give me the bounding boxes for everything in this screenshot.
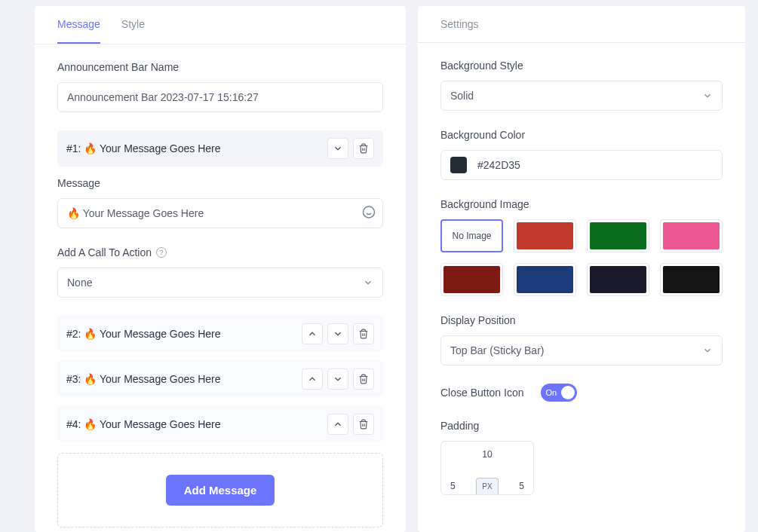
padding-editor[interactable]: 10 5 PX 5 [440, 441, 534, 495]
settings-header: Settings [418, 6, 745, 43]
toggle-on-label: On [546, 388, 557, 397]
add-message-panel: Add Message [57, 453, 383, 527]
padding-top[interactable]: 10 [482, 449, 492, 460]
message-row-2[interactable]: #2: 🔥 Your Message Goes Here [57, 316, 383, 352]
message-text-section: Message [57, 177, 383, 228]
message-row-1[interactable]: #1: 🔥 Your Message Goes Here [57, 130, 383, 167]
right-body: Background Style Solid Background Color … [418, 43, 745, 532]
padding-section: Padding 10 5 PX 5 [440, 420, 723, 495]
bg-tile-darkred[interactable] [440, 263, 503, 296]
message-row-2-title: #2: 🔥 Your Message Goes Here [66, 328, 297, 340]
message-row-3[interactable]: #3: 🔥 Your Message Goes Here [57, 361, 383, 397]
display-position-label: Display Position [440, 314, 723, 326]
chevron-up-icon [307, 374, 318, 384]
padding-right[interactable]: 5 [519, 481, 524, 491]
announcement-name-label: Announcement Bar Name [57, 61, 383, 73]
bg-color-section: Background Color #242D35 [440, 129, 723, 180]
chevron-down-icon [333, 143, 343, 154]
delete-button[interactable] [353, 323, 374, 344]
message-row-4[interactable]: #4: 🔥 Your Message Goes Here [57, 406, 383, 442]
padding-unit[interactable]: PX [476, 478, 499, 494]
announcement-name-section: Announcement Bar Name [57, 61, 383, 112]
delete-button[interactable] [353, 138, 374, 159]
emoji-button[interactable] [362, 206, 376, 222]
close-button-toggle[interactable]: On [541, 384, 577, 402]
chevron-down-icon [363, 277, 373, 288]
cta-value: None [67, 277, 92, 289]
chevron-down-icon [702, 90, 713, 101]
move-up-button[interactable] [302, 323, 323, 344]
bg-image-grid: No Image [440, 219, 723, 296]
chevron-down-icon [333, 374, 343, 384]
bg-tile-pink[interactable] [660, 219, 723, 252]
move-down-button[interactable] [327, 323, 348, 344]
display-position-section: Display Position Top Bar (Sticky Bar) [440, 314, 723, 365]
settings-panel: Settings Background Style Solid Backgrou… [418, 6, 745, 532]
padding-label: Padding [440, 420, 723, 432]
bg-tile-black[interactable] [660, 263, 723, 296]
move-up-button[interactable] [327, 414, 348, 435]
close-button-section: Close Button Icon On [440, 384, 723, 402]
display-position-select[interactable]: Top Bar (Sticky Bar) [440, 335, 723, 365]
svg-point-0 [364, 206, 375, 218]
bg-tile-red[interactable] [514, 219, 576, 252]
smile-icon [362, 206, 376, 219]
message-text-input[interactable] [57, 198, 383, 228]
bg-color-value: #242D35 [477, 159, 520, 171]
add-message-button[interactable]: Add Message [166, 475, 275, 506]
bg-tile-green[interactable] [587, 219, 649, 252]
bg-color-label: Background Color [440, 129, 723, 141]
collapse-button[interactable] [327, 138, 348, 159]
tab-style[interactable]: Style [121, 6, 145, 44]
bg-style-value: Solid [450, 90, 474, 102]
message-panel: Message Style Announcement Bar Name #1: … [35, 6, 406, 532]
padding-left[interactable]: 5 [450, 481, 456, 491]
delete-button[interactable] [353, 414, 374, 435]
delete-button[interactable] [353, 368, 374, 390]
chevron-up-icon [307, 329, 318, 339]
close-button-label: Close Button Icon [440, 387, 524, 399]
cta-label: Add A Call To Action ? [57, 246, 383, 258]
trash-icon [358, 143, 369, 154]
display-position-value: Top Bar (Sticky Bar) [450, 344, 544, 356]
toggle-knob [561, 386, 575, 399]
bg-style-label: Background Style [440, 60, 723, 72]
bg-style-select[interactable]: Solid [440, 81, 723, 111]
announcement-name-input[interactable] [57, 82, 383, 112]
tab-message[interactable]: Message [57, 6, 100, 44]
bg-tile-none[interactable]: No Image [440, 219, 503, 252]
move-down-button[interactable] [327, 368, 348, 390]
chevron-up-icon [333, 419, 343, 430]
tabs: Message Style [35, 6, 406, 44]
trash-icon [358, 419, 369, 430]
bg-style-section: Background Style Solid [440, 60, 723, 111]
cta-section: Add A Call To Action ? None [57, 246, 383, 298]
message-1-block: #1: 🔥 Your Message Goes Here Message [57, 130, 383, 298]
help-icon[interactable]: ? [156, 247, 167, 258]
cta-select[interactable]: None [57, 268, 383, 298]
trash-icon [358, 374, 369, 384]
bg-tile-navy[interactable] [587, 263, 649, 296]
chevron-down-icon [702, 345, 713, 356]
message-row-3-title: #3: 🔥 Your Message Goes Here [66, 373, 297, 385]
message-text-label: Message [57, 177, 383, 189]
bg-tile-blue[interactable] [514, 263, 576, 296]
trash-icon [358, 329, 369, 339]
message-row-4-title: #4: 🔥 Your Message Goes Here [66, 418, 323, 430]
bg-image-label: Background Image [440, 198, 723, 210]
chevron-down-icon [333, 329, 343, 339]
left-body: Announcement Bar Name #1: 🔥 Your Message… [35, 44, 406, 532]
color-swatch [450, 157, 467, 173]
message-row-1-title: #1: 🔥 Your Message Goes Here [66, 142, 323, 154]
move-up-button[interactable] [302, 368, 323, 390]
bg-color-input[interactable]: #242D35 [440, 150, 723, 180]
bg-image-section: Background Image No Image [440, 198, 723, 296]
